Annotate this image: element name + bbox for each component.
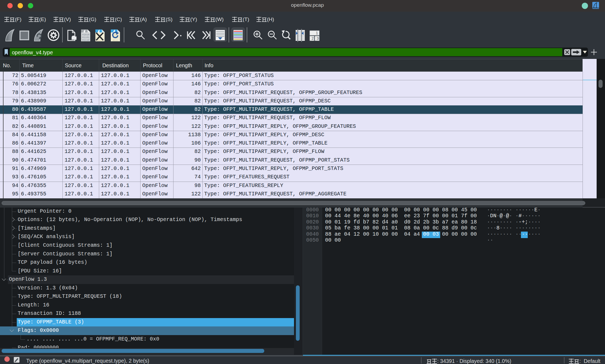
svg-text:0111: 0111 [113,39,119,42]
svg-text:1: 1 [316,31,318,35]
svg-text:2: 2 [312,36,314,41]
svg-text:01101: 01101 [82,36,89,39]
svg-text:3: 3 [317,36,319,41]
svg-text:01110: 01110 [82,39,89,42]
svg-text:01010: 01010 [82,34,89,36]
